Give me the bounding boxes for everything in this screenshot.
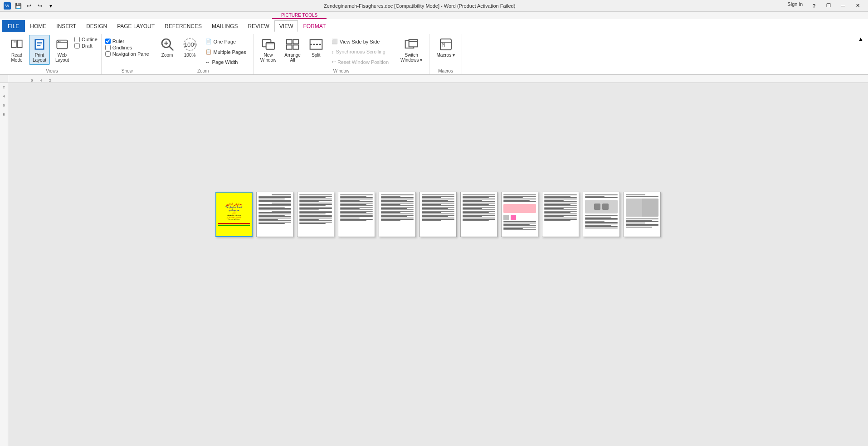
page-width-btn[interactable]: ↔ Page Width xyxy=(202,58,249,67)
page-thumb-4[interactable] xyxy=(338,192,375,237)
ruler-mark-6: 6 xyxy=(31,78,33,82)
ruler-checkbox[interactable]: Ruler xyxy=(105,39,149,44)
macros-items: M Macros ▾ xyxy=(433,35,458,67)
tab-view[interactable]: VIEW xyxy=(274,20,298,32)
title-bar-left: W 💾 ↩ ↪ ▾ xyxy=(4,1,55,10)
tab-design[interactable]: DESIGN xyxy=(81,20,112,32)
svg-rect-22 xyxy=(293,39,298,44)
read-mode-btn[interactable]: ReadMode xyxy=(6,35,27,65)
draft-check[interactable] xyxy=(74,43,80,48)
qa-more-btn[interactable]: ▾ xyxy=(46,1,55,10)
minimize-btn[interactable]: ─ xyxy=(836,1,850,10)
page-thumb-7[interactable] xyxy=(460,192,497,237)
tab-format[interactable]: FORMAT xyxy=(298,20,331,32)
gridlines-label: Gridlines xyxy=(112,45,132,50)
print-layout-btn[interactable]: PrintLayout xyxy=(29,35,50,65)
zoom-options: 📄 One Page 📋 Multiple Pages ↔ Page Width xyxy=(202,37,249,67)
outline-label: Outline xyxy=(82,37,98,42)
outline-checkbox[interactable]: Outline xyxy=(74,37,98,42)
page-thumb-2[interactable] xyxy=(256,192,293,237)
page-11-image xyxy=(626,199,658,217)
switch-windows-btn[interactable]: SwitchWindows ▾ xyxy=(397,35,425,65)
page-7-content xyxy=(461,192,497,237)
one-page-btn[interactable]: 📄 One Page xyxy=(202,37,249,46)
macros-btn[interactable]: M Macros ▾ xyxy=(433,35,458,60)
ribbon-content: ReadMode PrintLayout WebLayout xyxy=(0,32,868,74)
window-title: Zendeginameh-Fisaghures.doc [Compatibili… xyxy=(55,3,784,9)
tab-page-layout[interactable]: PAGE LAYOUT xyxy=(112,20,160,32)
tab-home[interactable]: HOME xyxy=(25,20,51,32)
ribbon-tab-area: PICTURE TOOLS FILE HOME INSERT DESIGN PA… xyxy=(0,12,868,32)
new-window-btn[interactable]: NewWindow xyxy=(257,35,280,65)
page-6-content xyxy=(420,192,456,237)
tab-references[interactable]: REFERENCES xyxy=(160,20,207,32)
view-side-by-side-btn[interactable]: ⬜ View Side by Side xyxy=(328,37,392,46)
word-icon: W xyxy=(4,2,11,10)
quick-access-toolbar: 💾 ↩ ↪ ▾ xyxy=(14,1,55,10)
sign-in-link[interactable]: Sign in xyxy=(784,1,806,10)
read-mode-icon xyxy=(10,37,24,52)
sync-scroll-label: Synchronous Scrolling xyxy=(336,49,385,54)
window-small-btns: ⬜ View Side by Side ↕ Synchronous Scroll… xyxy=(328,37,392,67)
arrange-all-btn[interactable]: ArrangeAll xyxy=(281,35,304,65)
page-thumb-8[interactable] xyxy=(501,192,538,237)
tab-file[interactable]: FILE xyxy=(2,20,25,32)
page-10-image xyxy=(585,200,618,213)
multiple-pages-btn[interactable]: 📋 Multiple Pages xyxy=(202,47,249,57)
print-layout-icon xyxy=(32,37,47,52)
view-side-icon: ⬜ xyxy=(332,39,338,44)
page-thumb-1[interactable]: تحقیقی آنلاین Tahghighonline.ir مرجع دان… xyxy=(215,192,253,237)
window-group-label: Window xyxy=(333,67,350,73)
ruler-check[interactable] xyxy=(105,39,111,44)
ribbon-group-macros: M Macros ▾ Macros xyxy=(429,34,462,74)
document-canvas[interactable]: تحقیقی آنلاین Tahghighonline.ir مرجع دان… xyxy=(8,83,868,446)
nav-pane-checkbox[interactable]: Navigation Pane xyxy=(105,51,149,57)
gridlines-checkbox[interactable]: Gridlines xyxy=(105,45,149,50)
picture-tools-header-row: PICTURE TOOLS xyxy=(0,12,868,19)
gridlines-check[interactable] xyxy=(105,45,111,50)
restore-btn[interactable]: ❐ xyxy=(822,1,835,10)
ruler-container: 6 4 2 xyxy=(0,75,868,83)
help-btn[interactable]: ? xyxy=(807,1,821,10)
picture-tools-label: PICTURE TOOLS xyxy=(272,12,327,19)
zoom-group-label: Zoom xyxy=(197,67,209,73)
split-btn[interactable]: Split xyxy=(306,35,327,60)
tab-insert[interactable]: INSERT xyxy=(51,20,81,32)
tab-review[interactable]: REVIEW xyxy=(243,20,274,32)
page-thumb-9[interactable] xyxy=(542,192,579,237)
synchronous-scrolling-btn[interactable]: ↕ Synchronous Scrolling xyxy=(328,47,392,56)
page-thumb-11[interactable] xyxy=(624,192,661,237)
arrange-all-icon xyxy=(285,37,300,52)
page-thumb-10[interactable] xyxy=(583,192,620,237)
zoom-100-btn[interactable]: 100% 100% xyxy=(180,35,200,60)
read-mode-label: ReadMode xyxy=(11,53,22,63)
save-quick-btn[interactable]: 💾 xyxy=(14,1,23,10)
new-window-icon xyxy=(261,37,276,52)
ruler-label: Ruler xyxy=(112,39,124,44)
split-label: Split xyxy=(312,53,320,58)
nav-pane-check[interactable] xyxy=(105,51,111,57)
svg-rect-24 xyxy=(293,45,298,49)
view-side-label: View Side by Side xyxy=(340,39,380,44)
macros-group-label: Macros xyxy=(438,67,453,73)
ribbon-collapse[interactable]: ▲ xyxy=(856,34,865,74)
tab-mailings[interactable]: MAILINGS xyxy=(207,20,243,32)
zoom-btn[interactable]: Zoom xyxy=(157,35,178,60)
outline-check[interactable] xyxy=(74,37,80,42)
page-thumb-5[interactable] xyxy=(379,192,416,237)
draft-checkbox[interactable]: Draft xyxy=(74,43,98,48)
web-layout-btn[interactable]: WebLayout xyxy=(52,35,73,65)
page-thumb-3[interactable] xyxy=(297,192,334,237)
close-btn[interactable]: ✕ xyxy=(851,1,864,10)
page-cover-content: تحقیقی آنلاین Tahghighonline.ir مرجع دان… xyxy=(216,193,252,236)
redo-quick-btn[interactable]: ↪ xyxy=(35,1,44,10)
ruler-v-6: 6 xyxy=(3,101,5,110)
multiple-pages-icon: 📋 xyxy=(205,49,212,55)
undo-quick-btn[interactable]: ↩ xyxy=(24,1,34,10)
reset-window-position-btn[interactable]: ↩ Reset Window Position xyxy=(328,57,392,67)
new-window-label: NewWindow xyxy=(260,53,277,63)
views-items: ReadMode PrintLayout WebLayout xyxy=(6,35,98,67)
reset-window-icon: ↩ xyxy=(332,59,336,65)
svg-line-13 xyxy=(169,46,173,50)
page-thumb-6[interactable] xyxy=(419,192,457,237)
